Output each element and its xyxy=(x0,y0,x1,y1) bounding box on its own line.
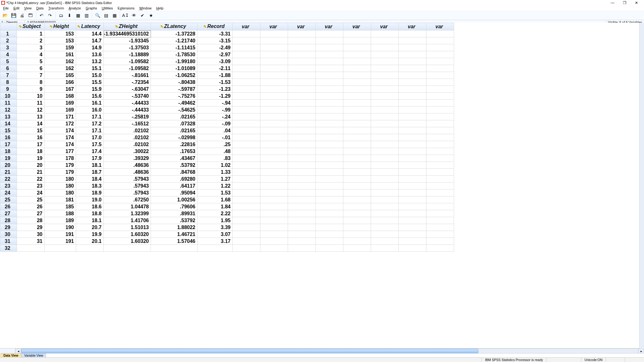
row-header[interactable]: 6 xyxy=(0,65,17,72)
data-cell-empty[interactable] xyxy=(260,120,288,127)
value-labels-icon[interactable]: A↧ xyxy=(122,12,129,19)
data-cell[interactable]: 1.57046 xyxy=(151,238,197,245)
data-cell-empty[interactable] xyxy=(343,72,371,79)
data-cell-empty[interactable] xyxy=(399,58,426,65)
data-cell-empty[interactable] xyxy=(260,238,288,245)
data-cell-empty[interactable] xyxy=(260,176,288,183)
data-cell-empty[interactable] xyxy=(316,217,343,224)
data-cell-empty[interactable] xyxy=(399,148,426,155)
scroll-track[interactable] xyxy=(21,348,638,354)
data-cell[interactable]: -.02998 xyxy=(151,134,197,141)
data-cell-empty[interactable] xyxy=(343,51,371,58)
data-cell[interactable]: -.24 xyxy=(197,113,233,120)
data-cell-empty[interactable] xyxy=(260,231,288,238)
data-cell[interactable]: 180 xyxy=(45,189,76,196)
data-cell-empty[interactable] xyxy=(233,37,260,44)
data-cell[interactable]: 20 xyxy=(17,162,45,169)
data-cell[interactable]: .57943 xyxy=(104,183,151,189)
data-cell[interactable]: 165 xyxy=(45,72,76,79)
data-cell-empty[interactable] xyxy=(399,217,426,224)
data-cell-empty[interactable] xyxy=(288,79,316,86)
data-cell-empty[interactable] xyxy=(233,79,260,86)
data-cell-empty[interactable] xyxy=(233,86,260,93)
data-cell[interactable]: 15 xyxy=(17,127,45,134)
data-cell-empty[interactable] xyxy=(233,189,260,196)
data-cell-empty[interactable] xyxy=(371,30,399,37)
data-cell-empty[interactable] xyxy=(233,217,260,224)
data-cell-empty[interactable] xyxy=(426,127,454,134)
data-cell-empty[interactable] xyxy=(260,44,288,51)
data-cell-empty[interactable] xyxy=(426,210,454,217)
data-cell-empty[interactable] xyxy=(316,183,343,189)
data-cell-empty[interactable] xyxy=(288,93,316,100)
data-cell[interactable]: .57943 xyxy=(104,176,151,183)
row-header[interactable]: 24 xyxy=(0,189,17,196)
data-cell-empty[interactable] xyxy=(426,37,454,44)
data-cell[interactable]: 1.53 xyxy=(197,189,233,196)
data-cell[interactable]: 180 xyxy=(45,176,76,183)
data-cell[interactable]: 1.33 xyxy=(197,169,233,176)
data-cell-empty[interactable] xyxy=(233,176,260,183)
data-cell-empty[interactable] xyxy=(233,93,260,100)
data-cell-empty[interactable] xyxy=(426,162,454,169)
data-cell[interactable]: 1.00256 xyxy=(151,196,197,203)
data-cell-empty[interactable] xyxy=(288,155,316,162)
data-cell-empty[interactable] xyxy=(260,148,288,155)
data-cell-empty[interactable] xyxy=(260,183,288,189)
data-cell-empty[interactable] xyxy=(288,189,316,196)
data-cell-empty[interactable] xyxy=(343,100,371,107)
data-cell[interactable]: 10 xyxy=(17,93,45,100)
data-cell-empty[interactable] xyxy=(399,44,426,51)
menu-window[interactable]: Window xyxy=(137,6,153,10)
data-cell-empty[interactable] xyxy=(260,210,288,217)
column-header-empty[interactable]: var xyxy=(233,23,260,30)
data-cell[interactable]: .02102 xyxy=(104,127,151,134)
data-cell-empty[interactable] xyxy=(371,155,399,162)
data-cell[interactable]: 11 xyxy=(17,100,45,107)
data-cell-empty[interactable] xyxy=(371,44,399,51)
menu-utilities[interactable]: Utilities xyxy=(100,6,115,10)
data-cell[interactable]: 153 xyxy=(45,30,76,37)
data-cell-empty[interactable] xyxy=(343,44,371,51)
data-cell[interactable]: 16.1 xyxy=(76,100,104,107)
data-cell[interactable]: -.44433 xyxy=(104,100,151,107)
data-cell-empty[interactable] xyxy=(316,231,343,238)
data-cell-empty[interactable] xyxy=(399,203,426,210)
data-cell[interactable]: 1.68 xyxy=(197,196,233,203)
tab-variable-view[interactable]: Variable View xyxy=(21,353,46,358)
data-cell[interactable]: 18.1 xyxy=(76,162,104,169)
data-cell[interactable]: -1.93344695310102 xyxy=(104,30,151,37)
data-cell-empty[interactable] xyxy=(343,189,371,196)
data-cell-empty[interactable] xyxy=(288,72,316,79)
data-cell[interactable]: .22816 xyxy=(151,141,197,148)
data-cell-empty[interactable] xyxy=(260,162,288,169)
data-cell-empty[interactable] xyxy=(399,37,426,44)
data-cell-empty[interactable] xyxy=(371,86,399,93)
menu-extensions[interactable]: Extensions xyxy=(116,6,136,10)
data-cell[interactable]: 1.51013 xyxy=(104,224,151,231)
row-header[interactable]: 28 xyxy=(0,217,17,224)
data-cell[interactable]: .43467 xyxy=(151,155,197,162)
data-cell-empty[interactable] xyxy=(260,155,288,162)
data-cell-empty[interactable] xyxy=(399,176,426,183)
data-cell-empty[interactable] xyxy=(343,107,371,113)
data-cell-empty[interactable] xyxy=(316,196,343,203)
row-header[interactable]: 17 xyxy=(0,141,17,148)
data-cell-empty[interactable] xyxy=(343,65,371,72)
undo-icon[interactable]: ↶ xyxy=(38,12,45,19)
data-cell-empty[interactable] xyxy=(316,148,343,155)
menu-edit[interactable]: Edit xyxy=(12,6,21,10)
data-cell-empty[interactable] xyxy=(288,203,316,210)
data-cell-empty[interactable] xyxy=(343,210,371,217)
row-header[interactable]: 22 xyxy=(0,176,17,183)
data-cell[interactable]: 1.84 xyxy=(197,203,233,210)
row-header[interactable]: 23 xyxy=(0,183,17,189)
data-cell-empty[interactable] xyxy=(288,100,316,107)
data-cell[interactable]: -.94 xyxy=(197,100,233,107)
data-cell-empty[interactable] xyxy=(371,217,399,224)
data-cell[interactable]: .53792 xyxy=(151,217,197,224)
data-cell[interactable]: -3.31 xyxy=(197,30,233,37)
data-cell[interactable]: 1.88022 xyxy=(151,224,197,231)
data-cell[interactable] xyxy=(17,245,45,252)
data-cell-empty[interactable] xyxy=(371,141,399,148)
